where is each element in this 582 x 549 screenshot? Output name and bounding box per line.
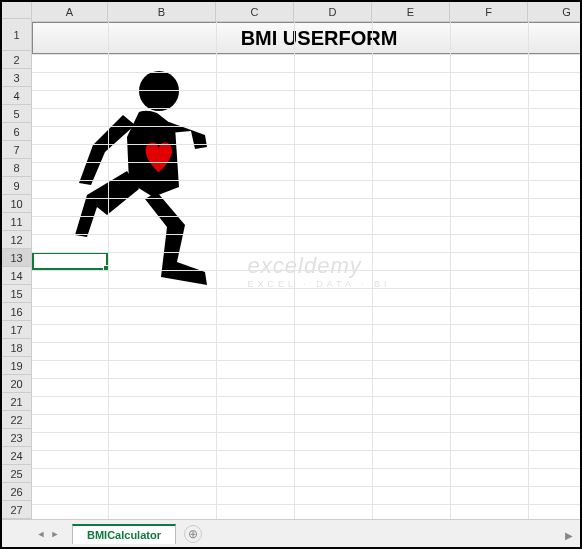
row-header[interactable]: 5 — [2, 105, 31, 123]
title-merged-cell[interactable]: BMI USERFORM — [32, 22, 582, 54]
row-header[interactable]: 19 — [2, 357, 31, 375]
row-header[interactable]: 25 — [2, 465, 31, 483]
column-header[interactable]: C — [216, 2, 294, 21]
horizontal-scroll-right[interactable]: ▶ — [558, 526, 580, 544]
column-header[interactable]: E — [372, 2, 450, 21]
row-header[interactable]: 22 — [2, 411, 31, 429]
row-header[interactable]: 9 — [2, 177, 31, 195]
row-header-column: 1234567891011121314151617181920212223242… — [2, 2, 32, 519]
row-header[interactable]: 15 — [2, 285, 31, 303]
row-header[interactable]: 20 — [2, 375, 31, 393]
row-header[interactable]: 26 — [2, 483, 31, 501]
watermark-line2: EXCEL · DATA · BI — [248, 279, 391, 289]
row-header[interactable]: 11 — [2, 213, 31, 231]
spreadsheet-grid: 1234567891011121314151617181920212223242… — [2, 2, 580, 519]
row-header[interactable]: 3 — [2, 69, 31, 87]
tab-nav-prev[interactable]: ◄ — [34, 525, 48, 543]
row-header[interactable]: 4 — [2, 87, 31, 105]
svg-point-0 — [139, 71, 179, 111]
row-header[interactable]: 6 — [2, 123, 31, 141]
row-header[interactable]: 8 — [2, 159, 31, 177]
row-header[interactable]: 13 — [2, 249, 31, 267]
row-header[interactable]: 23 — [2, 429, 31, 447]
add-sheet-button[interactable]: ⊕ — [184, 525, 202, 543]
row-header[interactable]: 10 — [2, 195, 31, 213]
row-header[interactable]: 17 — [2, 321, 31, 339]
row-header[interactable]: 21 — [2, 393, 31, 411]
row-header[interactable]: 1 — [2, 19, 31, 51]
select-all-corner[interactable] — [2, 2, 31, 19]
column-header[interactable]: D — [294, 2, 372, 21]
row-header[interactable]: 7 — [2, 141, 31, 159]
column-header-row: ABCDEFG — [32, 2, 582, 22]
cell-selection — [32, 252, 108, 270]
row-header[interactable]: 2 — [2, 51, 31, 69]
sheet-tab-active[interactable]: BMICalculator — [72, 524, 176, 544]
watermark-line1: exceldemy — [248, 253, 391, 279]
title-text: BMI USERFORM — [241, 27, 398, 50]
tab-nav-next[interactable]: ► — [48, 525, 62, 543]
column-header[interactable]: A — [32, 2, 108, 21]
sheet-tab-bar: ◄ ► BMICalculator ⊕ ▶ — [2, 519, 580, 547]
row-header[interactable]: 27 — [2, 501, 31, 519]
row-header[interactable]: 24 — [2, 447, 31, 465]
column-header[interactable]: B — [108, 2, 216, 21]
row-header[interactable]: 16 — [2, 303, 31, 321]
running-person-image[interactable] — [57, 67, 237, 297]
row-header[interactable]: 12 — [2, 231, 31, 249]
row-header[interactable]: 14 — [2, 267, 31, 285]
row-header[interactable]: 18 — [2, 339, 31, 357]
cells-area[interactable]: BMI USERFORM — [32, 22, 582, 519]
column-header[interactable]: F — [450, 2, 528, 21]
column-header[interactable]: G — [528, 2, 582, 21]
